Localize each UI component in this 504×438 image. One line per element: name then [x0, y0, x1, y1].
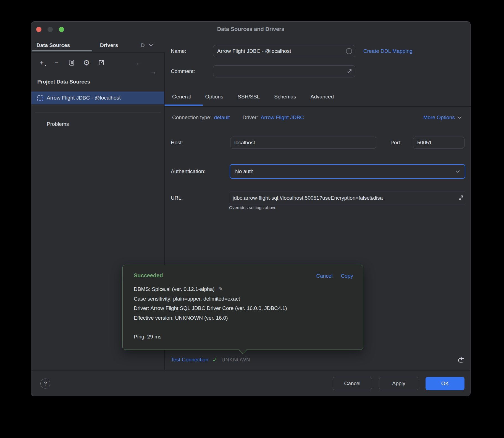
authentication-value: No auth: [235, 168, 254, 174]
connection-type-value-link[interactable]: default: [214, 114, 230, 121]
comment-expand-icon[interactable]: [346, 68, 353, 75]
sidebar-toolbar: + − ⚙: [37, 58, 106, 67]
create-ddl-mapping-link[interactable]: Create DDL Mapping: [363, 48, 413, 54]
test-connection-link[interactable]: Test Connection: [171, 357, 208, 363]
connection-type-label: Connection type:: [172, 114, 212, 121]
pencil-icon[interactable]: ✎: [218, 286, 223, 292]
undo-icon[interactable]: [457, 356, 466, 364]
popup-copy-link[interactable]: Copy: [341, 273, 353, 279]
popup-dbms-line: DBMS: Spice.ai (ver. 0.12.1-alpha): [134, 286, 215, 292]
gear-icon[interactable]: ⚙: [82, 58, 91, 67]
back-arrow-icon[interactable]: ←: [134, 58, 143, 67]
help-glyph: ?: [44, 380, 47, 387]
add-data-source-icon[interactable]: +: [37, 58, 46, 67]
tabstrip-divider: [31, 52, 164, 53]
data-source-label: Arrow Flight JDBC - @localhost: [47, 95, 120, 101]
test-connection-result-popup: Succeeded Cancel Copy DBMS: Spice.ai (ve…: [122, 265, 363, 350]
remove-icon[interactable]: −: [52, 58, 61, 67]
success-check-icon: ✓: [212, 356, 217, 364]
window-title: Data Sources and Drivers: [31, 26, 470, 32]
select-chevron-down-icon: [455, 170, 460, 173]
url-hint: Overrides settings above: [229, 205, 276, 210]
popup-driver-line: Driver: Arrow Flight SQL JDBC Driver Cor…: [134, 304, 353, 313]
comment-input[interactable]: [213, 65, 355, 77]
tab-ssh-ssl[interactable]: SSH/SSL: [238, 91, 260, 102]
active-tab-underline: [32, 50, 92, 51]
data-source-icon: [37, 95, 43, 101]
form-tabbar: General Options SSH/SSL Schemas Advanced: [172, 91, 334, 102]
tab-advanced[interactable]: Advanced: [311, 91, 334, 102]
help-button[interactable]: ?: [40, 379, 50, 389]
cancel-button[interactable]: Cancel: [333, 377, 372, 390]
more-options-control[interactable]: More Options: [423, 114, 462, 121]
url-input[interactable]: [229, 192, 465, 204]
authentication-label: Authentication:: [171, 168, 206, 174]
ok-button[interactable]: OK: [426, 377, 464, 390]
connection-result-text: UNKNOWN: [222, 357, 250, 363]
gear-glyph: ⚙: [83, 58, 90, 67]
sidebar-separator: [35, 113, 161, 113]
popup-cancel-link[interactable]: Cancel: [316, 273, 332, 279]
tab-drivers[interactable]: Drivers: [100, 40, 118, 51]
authentication-select[interactable]: No auth: [230, 164, 465, 179]
name-label: Name:: [171, 48, 186, 54]
apply-button[interactable]: Apply: [379, 377, 418, 390]
tab-data-sources[interactable]: Data Sources: [36, 40, 70, 51]
name-input[interactable]: [213, 45, 355, 57]
forward-glyph: →: [150, 68, 157, 75]
popup-ping-line: Ping: 29 ms: [134, 332, 353, 342]
comment-label: Comment:: [171, 68, 195, 74]
tabs-chevron-down-icon[interactable]: [148, 43, 153, 47]
sidebar-item-problems[interactable]: Problems: [47, 121, 69, 127]
more-options-label: More Options: [423, 114, 455, 121]
tab-schemas[interactable]: Schemas: [274, 91, 296, 102]
tab-options[interactable]: Options: [205, 91, 223, 102]
port-label: Port:: [390, 140, 401, 146]
popup-notch: [239, 346, 247, 354]
forward-arrow-icon[interactable]: →: [149, 67, 158, 76]
driver-value-link[interactable]: Arrow Flight JDBC: [261, 114, 304, 121]
active-form-tab-underline: [164, 105, 203, 106]
popup-version-line: Effective version: UNKNOWN (ver. 16.0): [134, 313, 353, 323]
popup-case-line: Case sensitivity: plain=upper, delimited…: [134, 294, 353, 304]
data-sources-dialog: Data Sources and Drivers Data Sources Dr…: [31, 21, 471, 396]
tab-general[interactable]: General: [172, 91, 191, 102]
host-input[interactable]: [230, 137, 376, 149]
name-progress-ring-icon: [346, 48, 352, 54]
more-options-chevron-icon: [457, 116, 462, 119]
back-glyph: ←: [135, 59, 142, 67]
export-icon[interactable]: [97, 58, 106, 67]
host-label: Host:: [171, 140, 183, 146]
driver-label: Driver:: [243, 114, 258, 121]
port-input[interactable]: [413, 137, 464, 149]
project-data-sources-header: Project Data Sources: [37, 79, 90, 85]
footer-divider: [31, 370, 470, 371]
minus-glyph: −: [55, 59, 59, 67]
tab-overflow-truncated[interactable]: D: [141, 40, 145, 51]
plus-dropdown-corner: [44, 65, 46, 66]
data-source-tree-row[interactable]: Arrow Flight JDBC - @localhost: [31, 92, 164, 104]
duplicate-icon[interactable]: [67, 58, 76, 67]
plus-glyph: +: [40, 59, 44, 67]
url-expand-icon[interactable]: [457, 194, 464, 202]
form-tabs-divider: [164, 106, 471, 107]
url-label: URL:: [171, 195, 183, 201]
